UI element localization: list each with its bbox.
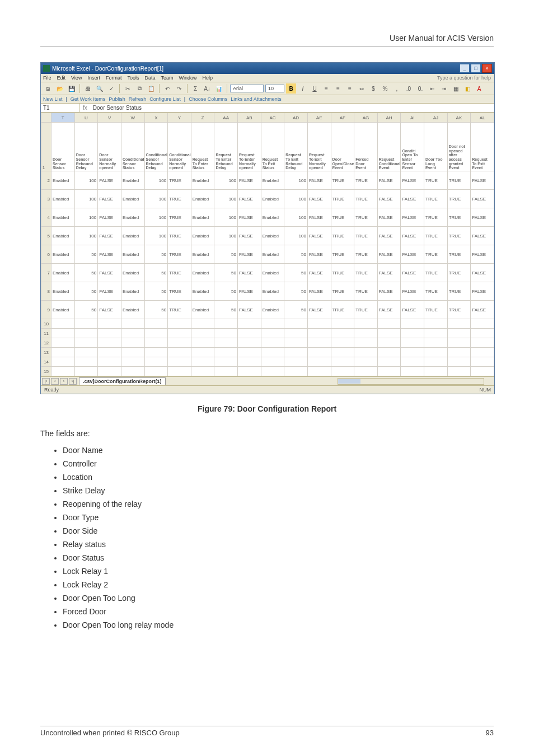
cell[interactable]: [98, 329, 121, 338]
cell[interactable]: FALSE: [238, 208, 261, 227]
row-number[interactable]: 12: [41, 338, 51, 348]
cell[interactable]: Enabled: [191, 301, 214, 319]
column-header[interactable]: V: [98, 113, 121, 123]
percent-icon[interactable]: %: [380, 83, 390, 94]
cell[interactable]: [98, 348, 121, 357]
cell[interactable]: [331, 338, 354, 348]
indent-left-icon[interactable]: ⇤: [427, 83, 437, 94]
save-icon[interactable]: 💾: [67, 83, 77, 94]
undo-icon[interactable]: ↶: [162, 83, 172, 94]
cell[interactable]: FALSE: [98, 208, 121, 227]
cell[interactable]: TRUE: [447, 208, 471, 227]
cell[interactable]: [284, 357, 308, 367]
cell[interactable]: TRUE: [354, 190, 378, 208]
cell[interactable]: Enabled: [191, 171, 214, 190]
cell[interactable]: 50: [214, 301, 238, 319]
cell[interactable]: 100: [144, 227, 168, 245]
cell[interactable]: FALSE: [98, 282, 121, 301]
field-header[interactable]: Conditional Sensor Status: [121, 123, 144, 171]
cell[interactable]: Enabled: [121, 301, 144, 319]
spell-icon[interactable]: ✓: [106, 83, 116, 94]
cell[interactable]: [98, 367, 121, 376]
tab-nav-next-icon[interactable]: ›: [60, 378, 68, 385]
cell[interactable]: [401, 329, 424, 338]
column-header[interactable]: AF: [331, 113, 354, 123]
cell[interactable]: Enabled: [121, 245, 144, 264]
cell[interactable]: TRUE: [331, 282, 354, 301]
cell[interactable]: [121, 357, 144, 367]
dec-decimal-icon[interactable]: 0.: [415, 83, 425, 94]
cell[interactable]: [261, 338, 284, 348]
cell[interactable]: 50: [284, 282, 308, 301]
comma-icon[interactable]: ,: [392, 83, 402, 94]
tab-nav-first-icon[interactable]: |‹: [42, 378, 50, 385]
cell[interactable]: 50: [214, 282, 238, 301]
column-header[interactable]: Z: [191, 113, 214, 123]
cell[interactable]: [447, 367, 471, 376]
row-number[interactable]: 5: [41, 227, 51, 245]
cell[interactable]: TRUE: [331, 227, 354, 245]
field-header[interactable]: Request To Enter Normally opened: [238, 123, 261, 171]
field-header[interactable]: Door Open/Close Event: [331, 123, 354, 171]
cell[interactable]: [307, 367, 331, 376]
cell[interactable]: [354, 329, 378, 338]
cell[interactable]: [284, 329, 308, 338]
field-header[interactable]: Request To Exit Status: [261, 123, 284, 171]
cell[interactable]: TRUE: [424, 190, 448, 208]
field-header[interactable]: Conditional Sensor Normally opened: [168, 123, 191, 171]
column-header[interactable]: W: [121, 113, 144, 123]
tfs-configure[interactable]: Configure List: [149, 96, 181, 102]
tfs-refresh[interactable]: Refresh: [129, 96, 147, 102]
cell[interactable]: [214, 357, 238, 367]
row-number[interactable]: 11: [41, 329, 51, 338]
cell[interactable]: Enabled: [51, 264, 75, 282]
cell[interactable]: 50: [74, 301, 98, 319]
help-search[interactable]: Type a question for help: [437, 75, 491, 81]
field-header[interactable]: Door Sensor Status: [51, 123, 75, 171]
cell[interactable]: [331, 319, 354, 329]
cell[interactable]: [144, 319, 168, 329]
cell[interactable]: [401, 319, 424, 329]
cell[interactable]: 100: [214, 171, 238, 190]
cell[interactable]: FALSE: [471, 301, 494, 319]
field-header[interactable]: Request To Exit Rebound Delay: [284, 123, 308, 171]
field-header[interactable]: Conditional Sensor Rebound Delay: [144, 123, 168, 171]
cell[interactable]: [401, 348, 424, 357]
cell[interactable]: [377, 319, 401, 329]
cell[interactable]: TRUE: [168, 301, 191, 319]
cell[interactable]: [331, 367, 354, 376]
row-number[interactable]: 13: [41, 348, 51, 357]
cell[interactable]: FALSE: [307, 227, 331, 245]
cell[interactable]: [98, 338, 121, 348]
cell[interactable]: [354, 348, 378, 357]
cell[interactable]: TRUE: [354, 227, 378, 245]
cell[interactable]: [471, 367, 494, 376]
cell[interactable]: [471, 357, 494, 367]
cell[interactable]: [74, 357, 98, 367]
cell[interactable]: 50: [74, 245, 98, 264]
cell[interactable]: [214, 329, 238, 338]
cell[interactable]: 100: [284, 190, 308, 208]
fx-icon[interactable]: fx: [79, 105, 91, 111]
cell[interactable]: 100: [284, 227, 308, 245]
cell[interactable]: 100: [74, 190, 98, 208]
cell[interactable]: [238, 338, 261, 348]
cell[interactable]: [377, 348, 401, 357]
cell[interactable]: [191, 319, 214, 329]
row-number[interactable]: 4: [41, 208, 51, 227]
cell[interactable]: [121, 367, 144, 376]
cell[interactable]: [144, 329, 168, 338]
cell[interactable]: TRUE: [354, 301, 378, 319]
cell[interactable]: Enabled: [261, 245, 284, 264]
cell[interactable]: TRUE: [424, 282, 448, 301]
cell[interactable]: [168, 367, 191, 376]
cell[interactable]: [144, 367, 168, 376]
cell[interactable]: TRUE: [354, 282, 378, 301]
field-header[interactable]: Door Too Long Event: [424, 123, 448, 171]
cell[interactable]: [331, 329, 354, 338]
cell[interactable]: FALSE: [471, 282, 494, 301]
cell[interactable]: FALSE: [471, 264, 494, 282]
cell[interactable]: FALSE: [307, 301, 331, 319]
cell[interactable]: [401, 338, 424, 348]
cell[interactable]: [144, 357, 168, 367]
